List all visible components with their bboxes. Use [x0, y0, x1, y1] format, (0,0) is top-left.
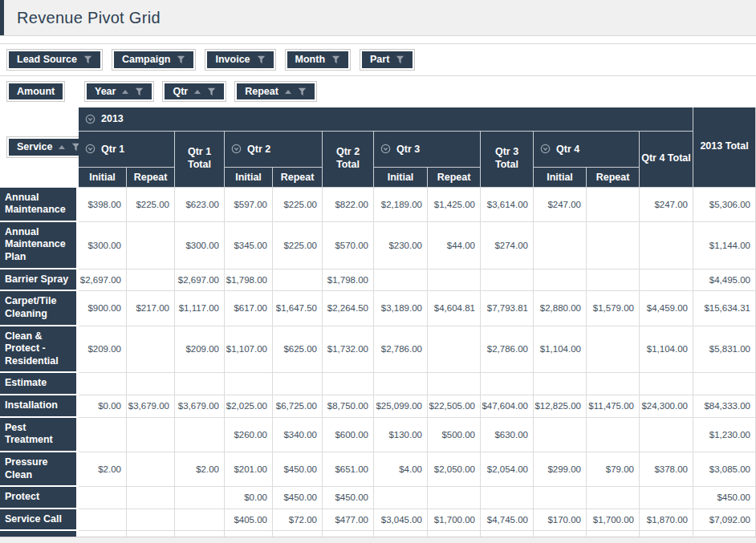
data-cell: [273, 269, 323, 292]
data-cell: $2.00: [175, 452, 225, 487]
data-cell: $300.00: [79, 222, 127, 269]
data-cell: [127, 452, 175, 487]
data-cell: [640, 222, 693, 269]
data-cell: $1,870.00: [640, 509, 693, 532]
data-cell: $4.00: [374, 452, 428, 487]
data-cell: [428, 269, 481, 292]
filter-icon[interactable]: [396, 55, 404, 64]
data-cell: $3,679.00: [175, 395, 225, 418]
data-cell: $378.00: [640, 452, 693, 487]
sort-ascending-icon[interactable]: [59, 145, 65, 149]
column-group-qtr-1[interactable]: Qtr 1: [79, 132, 175, 168]
column-header-qtr-2-initial: Initial: [225, 168, 273, 188]
row-header-annual-maintenance: Annual Maintenance: [0, 188, 79, 222]
filter-field-lead-source[interactable]: Lead Source: [6, 49, 103, 71]
filter-icon[interactable]: [135, 87, 144, 96]
filter-icon[interactable]: [298, 87, 307, 96]
column-field-repeat-label: Repeat: [245, 87, 278, 97]
data-fields-area: Amount: [0, 81, 79, 103]
data-cell: [587, 418, 640, 452]
collapse-icon-qtr-4[interactable]: [540, 144, 551, 154]
collapse-icon-2013[interactable]: [85, 114, 96, 124]
data-cell: $225.00: [273, 222, 323, 269]
row-header-service-call: Service Call: [0, 509, 79, 532]
data-cell: $625.00: [273, 326, 323, 374]
grand-total-cell: $8,627.00: [175, 531, 225, 537]
filter-field-part-label: Part: [370, 55, 389, 65]
data-cell: [374, 373, 428, 395]
data-cell: [428, 373, 481, 395]
column-field-year[interactable]: Year: [84, 81, 154, 103]
grand-total-cell: $32,828.81: [428, 531, 481, 537]
data-cell: $405.00: [225, 509, 273, 532]
grand-total-cell: $4,506.00: [79, 531, 127, 537]
data-cell: [481, 487, 534, 509]
data-cell: [127, 373, 175, 395]
data-field-amount[interactable]: Amount: [6, 81, 65, 103]
data-cell: $450.00: [273, 487, 323, 509]
filter-field-invoice-label: Invoice: [215, 55, 250, 65]
filter-field-campaign[interactable]: Campaign: [112, 49, 196, 71]
data-cell: [175, 509, 225, 532]
data-cell: $477.00: [323, 509, 374, 532]
grand-total-cell: $18,114.50: [323, 531, 374, 537]
data-cell: [79, 509, 127, 532]
column-group-qtr-3-label: Qtr 3: [396, 144, 420, 155]
data-cell: $79.00: [587, 452, 640, 487]
row-header-annual-maintenance-plan: Annual Maintenance Plan: [0, 222, 79, 269]
horizontal-scrollbar-track[interactable]: [0, 537, 756, 543]
data-cell: [640, 269, 693, 292]
data-cell: $72.00: [273, 509, 323, 532]
column-field-qtr[interactable]: Qtr: [162, 81, 226, 103]
data-cell: [323, 373, 374, 395]
data-cell: [587, 222, 640, 269]
data-cell: $44.00: [428, 222, 481, 269]
row-header-carpet-tile-cleaning: Carpet/Tile Cleaning: [0, 291, 79, 326]
column-header-qtr-4-initial: Initial: [534, 168, 587, 188]
column-group-qtr-3[interactable]: Qtr 3: [374, 132, 481, 168]
filter-field-part[interactable]: Part: [360, 49, 415, 71]
data-cell: [79, 373, 127, 395]
data-cell: [534, 418, 587, 452]
data-cell: [534, 373, 587, 395]
data-cell: [175, 487, 225, 509]
collapse-icon-qtr-1[interactable]: [85, 144, 96, 154]
filter-field-invoice[interactable]: Invoice: [205, 49, 275, 71]
data-cell: $1,700.00: [587, 509, 640, 532]
filter-icon[interactable]: [177, 55, 185, 64]
column-group-qtr-2[interactable]: Qtr 2: [225, 132, 323, 168]
data-cell: $2.00: [79, 452, 127, 487]
data-cell: $570.00: [323, 222, 374, 269]
data-cell: $450.00: [273, 452, 323, 487]
sort-ascending-icon[interactable]: [194, 90, 201, 94]
data-cell: $11,475.00: [587, 395, 640, 418]
collapse-icon-qtr-3[interactable]: [380, 144, 391, 154]
collapse-icon-qtr-2[interactable]: [231, 144, 242, 154]
filter-icon[interactable]: [83, 55, 92, 64]
data-cell: $1,647.50: [273, 291, 323, 326]
data-cell: [534, 269, 587, 292]
data-cell: $25,099.00: [374, 395, 428, 418]
column-group-qtr-4[interactable]: Qtr 4: [534, 132, 640, 168]
data-cell: $130.00: [374, 418, 428, 452]
filter-field-month[interactable]: Month: [285, 49, 351, 71]
data-cell: [127, 326, 175, 374]
sort-ascending-icon[interactable]: [285, 90, 291, 94]
row-header-grand-total: Grand Total: [0, 531, 79, 537]
filter-icon[interactable]: [331, 55, 340, 64]
data-cell: [428, 487, 481, 509]
data-cell: [374, 487, 428, 509]
column-field-repeat[interactable]: Repeat: [234, 81, 317, 103]
column-group-2013[interactable]: 2013: [79, 107, 693, 132]
data-cell: [127, 269, 175, 292]
column-header-qtr-4-repeat: Repeat: [587, 168, 640, 188]
data-cell: [175, 373, 225, 395]
data-cell: $1,798.00: [225, 269, 273, 292]
filter-icon[interactable]: [257, 55, 266, 64]
data-cell: $2,786.00: [374, 326, 428, 374]
sort-ascending-icon[interactable]: [122, 90, 128, 94]
data-cell: $1,230.00: [693, 418, 756, 452]
filter-field-month-label: Month: [295, 55, 325, 65]
page-title: Revenue Pivot Grid: [17, 9, 161, 27]
filter-icon[interactable]: [207, 87, 216, 96]
